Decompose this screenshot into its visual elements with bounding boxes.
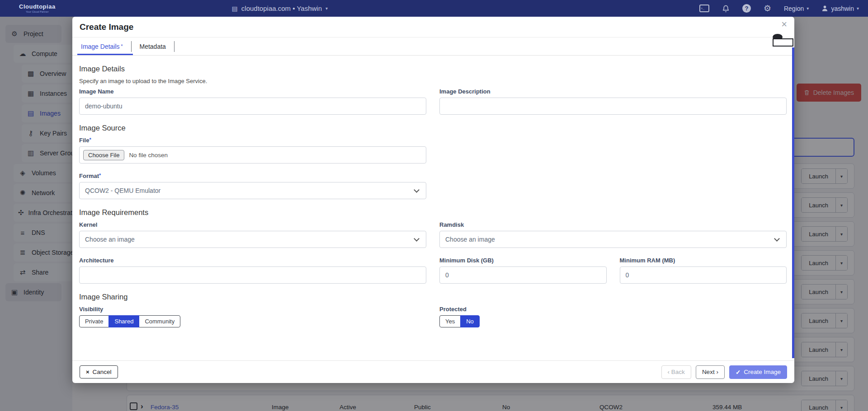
file-input[interactable]: Choose File No file chosen [79, 146, 426, 163]
ramdisk-label: Ramdisk [439, 221, 787, 228]
chevron-down-icon: ▾ [857, 6, 859, 11]
modal-tabbar: Image Details * Metadata [72, 37, 794, 56]
visibility-community-button[interactable]: Community [139, 315, 180, 327]
chevron-down-icon [414, 187, 420, 193]
modal-footer: × Cancel ‹ Back Next › ✓ Create Image [72, 360, 794, 383]
protected-group: Protected Yes No [439, 306, 787, 327]
brand-logo[interactable]: Cloudtopiaa Your Cloud Partner [19, 4, 56, 13]
choose-file-button[interactable]: Choose File [83, 150, 124, 160]
chevron-down-icon: ▾ [807, 6, 809, 11]
protected-no-button[interactable]: No [460, 315, 480, 327]
bell-glyph [722, 5, 730, 13]
image-description-input[interactable] [439, 98, 787, 115]
visibility-toggle: Private Shared Community [79, 315, 180, 327]
file-group: File* Choose File No file chosen [79, 137, 426, 163]
chevron-down-icon [414, 236, 420, 242]
bell-icon[interactable] [722, 5, 730, 13]
close-icon[interactable]: × [781, 19, 787, 29]
kernel-select[interactable]: Choose an image [79, 231, 426, 248]
section-heading: Image Requirements [79, 208, 787, 217]
check-icon: ✓ [736, 369, 741, 376]
section-image-requirements: Image Requirements Kernel Choose an imag… [79, 208, 787, 284]
architecture-label: Architecture [79, 257, 426, 264]
x-icon: × [86, 369, 90, 375]
image-description-label: Image Description [439, 88, 787, 95]
list-icon: ▤ [232, 5, 238, 12]
modal-header: Create Image × [72, 17, 794, 37]
ramdisk-group: Ramdisk Choose an image [439, 221, 787, 248]
chevron-down-icon: ▾ [326, 6, 328, 11]
topbar-actions: ›_ ? ⚙ Region ▾ yashwin ▾ [699, 3, 859, 14]
console-icon[interactable]: ›_ [699, 5, 709, 12]
kernel-group: Kernel Choose an image [79, 221, 426, 248]
tab-metadata[interactable]: Metadata [138, 37, 168, 55]
format-group: Format* QCOW2 - QEMU Emulator [79, 173, 426, 199]
visibility-private-button[interactable]: Private [79, 315, 109, 327]
region-dropdown[interactable]: Region ▾ [784, 5, 809, 12]
visibility-group: Visibility Private Shared Community [79, 306, 426, 327]
help-icon[interactable]: ? [742, 4, 751, 13]
min-ram-input[interactable] [620, 266, 787, 284]
brand-name: Cloudtopiaa [19, 4, 56, 9]
cancel-button[interactable]: × Cancel [80, 365, 118, 378]
person-icon [821, 5, 828, 12]
modal-title: Create Image [80, 22, 133, 32]
protected-toggle: Yes No [439, 315, 480, 327]
ramdisk-select[interactable]: Choose an image [439, 231, 787, 248]
tab-separator [131, 41, 132, 52]
min-disk-label: Minimum Disk (GB) [439, 257, 607, 264]
required-mark: * [89, 137, 91, 142]
create-image-button[interactable]: ✓ Create Image [729, 365, 787, 379]
min-ram-group: Minimum RAM (MB) [620, 257, 787, 284]
image-name-input[interactable] [79, 98, 426, 115]
required-mark: * [121, 44, 123, 49]
format-select[interactable]: QCOW2 - QEMU Emulator [79, 182, 426, 199]
format-label: Format* [79, 173, 426, 179]
domain-project-switcher[interactable]: ▤ cloudtopiaa.com • Yashwin ▾ [232, 5, 328, 12]
no-file-chosen-text: No file chosen [129, 152, 168, 159]
gear-icon[interactable]: ⚙ [764, 3, 771, 14]
min-ram-label: Minimum RAM (MB) [620, 257, 787, 264]
min-disk-group: Minimum Disk (GB) [439, 257, 607, 284]
scrolled-element-artifact-box [773, 38, 793, 47]
create-image-modal: Create Image × Image Details * Metadata … [72, 17, 794, 383]
section-heading: Image Source [79, 124, 787, 132]
chevron-down-icon [774, 236, 780, 242]
protected-label: Protected [439, 306, 787, 313]
section-heading: Image Sharing [79, 293, 787, 301]
section-image-source: Image Source File* Choose File No file c… [79, 124, 787, 199]
section-help-text: Specify an image to upload to the Image … [79, 78, 787, 84]
modal-body: Image Details Specify an image to upload… [72, 56, 794, 360]
modal-scrollbar[interactable] [792, 47, 794, 358]
section-heading: Image Details [79, 65, 787, 73]
section-image-sharing: Image Sharing Visibility Private Shared … [79, 293, 787, 327]
section-image-details: Image Details Specify an image to upload… [79, 65, 787, 115]
min-disk-input[interactable] [439, 266, 607, 284]
image-name-group: Image Name [79, 88, 426, 115]
kernel-label: Kernel [79, 221, 426, 228]
required-mark: * [99, 173, 101, 178]
architecture-input[interactable] [79, 266, 426, 284]
back-button[interactable]: ‹ Back [661, 365, 691, 379]
breadcrumb: cloudtopiaa.com • Yashwin [241, 5, 322, 12]
architecture-group: Architecture [79, 257, 426, 284]
image-description-group: Image Description [439, 88, 787, 115]
visibility-label: Visibility [79, 306, 426, 313]
next-button[interactable]: Next › [696, 365, 725, 379]
tab-separator [174, 41, 175, 52]
visibility-shared-button[interactable]: Shared [108, 315, 139, 327]
image-name-label: Image Name [79, 88, 426, 95]
protected-yes-button[interactable]: Yes [439, 315, 461, 327]
tab-image-details[interactable]: Image Details * [79, 37, 125, 55]
brand-tagline: Your Cloud Partner [26, 10, 49, 13]
top-navbar: Cloudtopiaa Your Cloud Partner ▤ cloudto… [0, 0, 868, 17]
user-menu[interactable]: yashwin ▾ [821, 5, 859, 12]
file-label: File* [79, 137, 426, 144]
